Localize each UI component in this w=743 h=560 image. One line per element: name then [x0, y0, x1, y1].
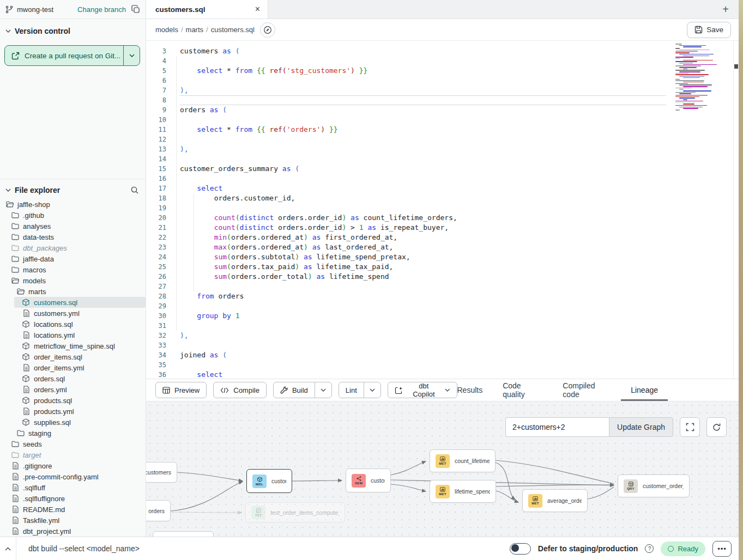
command-bar-text[interactable]: dbt build --select <model_name>	[28, 544, 140, 553]
lineage-node-test_order_items_compute_to_bools-[interactable]: TSTtest_order_items_compute_to_bools...	[245, 502, 345, 522]
code-editor[interactable]: 3customers as (45 select * from {{ ref('…	[146, 41, 739, 379]
lineage-node-customers[interactable]: MDLcustomers	[246, 469, 292, 493]
code-line-18[interactable]: 18 orders.customer_id,	[146, 193, 739, 203]
file-tree-item-.github[interactable]: .github	[0, 210, 146, 221]
file-tree-item-seeds[interactable]: seeds	[0, 439, 146, 449]
update-graph-button[interactable]: Update Graph	[609, 417, 673, 437]
code-line-26[interactable]: 26 sum(orders.order_total) as lifetime_s…	[146, 272, 739, 282]
lineage-node-stg_customers[interactable]: MDLstg_customers	[146, 462, 177, 483]
code-line-29[interactable]: 29	[146, 301, 739, 311]
code-line-34[interactable]: 34joined as (	[146, 350, 739, 360]
dbt-copilot-button[interactable]: dbt Copilot	[388, 382, 457, 398]
code-line-17[interactable]: 17 select	[146, 184, 739, 193]
file-tree-item-data-tests[interactable]: data-tests	[0, 232, 146, 242]
file-tree-item-target[interactable]: target	[0, 449, 146, 460]
code-line-14[interactable]: 14	[146, 154, 739, 164]
code-line-4[interactable]: 4	[146, 56, 739, 66]
file-tree-item-products.yml[interactable]: products.yml	[0, 406, 146, 417]
collapse-panel-button[interactable]	[0, 537, 16, 560]
file-tree-item-macros[interactable]: macros	[0, 264, 146, 275]
code-line-30[interactable]: 30 group by 1	[146, 311, 739, 321]
file-tree-item-customers.sql[interactable]: customers.sql	[14, 297, 146, 308]
lineage-selector-input[interactable]	[505, 417, 609, 437]
code-line-15[interactable]: 15customer_orders_summary as (	[146, 164, 739, 174]
code-line-21[interactable]: 21 count(distinct orders.order_id) > 1 a…	[146, 223, 739, 233]
lineage-node-lifetime_spend_pretax[interactable]: METlifetime_spend_pretax	[430, 480, 496, 503]
editor-scrollbar[interactable]	[733, 41, 739, 379]
code-line-6[interactable]: 6	[146, 76, 739, 86]
code-line-28[interactable]: 28 from orders	[146, 291, 739, 301]
file-tree-item-orders.sql[interactable]: orders.sql	[0, 373, 146, 384]
scrollbar-thumb[interactable]	[734, 64, 738, 69]
code-line-24[interactable]: 24 sum(orders.subtotal) as lifetime_spen…	[146, 252, 739, 262]
tab-customers-sql[interactable]: customers.sql ×	[146, 0, 268, 19]
code-line-36[interactable]: 36 select	[146, 370, 739, 379]
code-line-33[interactable]: 33	[146, 340, 739, 350]
file-tree-item-locations.yml[interactable]: locations.yml	[0, 330, 146, 340]
compile-button[interactable]: Compile	[213, 382, 267, 398]
code-line-5[interactable]: 5 select * from {{ ref('stg_customers') …	[146, 66, 739, 76]
lint-dropdown[interactable]	[364, 382, 380, 398]
tab-lineage[interactable]: Lineage	[631, 379, 658, 401]
change-branch-link[interactable]: Change branch	[77, 5, 126, 14]
lineage-node-average_order_value[interactable]: METaverage_order_value	[522, 489, 588, 512]
lineage-node-count_lifetime_orders[interactable]: METcount_lifetime_orders	[430, 449, 496, 472]
file-tree-item-order-items.sql[interactable]: order_items.sql	[0, 351, 146, 362]
close-icon[interactable]: ×	[255, 5, 260, 14]
file-tree-item-.gitignore[interactable]: .gitignore	[0, 460, 146, 471]
code-line-27[interactable]: 27	[146, 282, 739, 291]
file-tree-item-orders.yml[interactable]: orders.yml	[0, 384, 146, 395]
code-line-16[interactable]: 16	[146, 174, 739, 184]
save-button[interactable]: Save	[687, 22, 731, 38]
code-line-12[interactable]: 12	[146, 135, 739, 144]
create-pr-dropdown[interactable]	[123, 46, 140, 65]
code-line-9[interactable]: 9orders as (	[146, 105, 739, 115]
code-line-19[interactable]: 19	[146, 203, 739, 213]
file-tree-item-dbt-packages[interactable]: dbt_packages	[0, 242, 146, 253]
file-tree-item-taskfile.yml[interactable]: Taskfile.yml	[0, 515, 146, 526]
code-line-11[interactable]: 11 select * from {{ ref('orders') }}	[146, 125, 739, 135]
tab-code-quality[interactable]: Code quality	[503, 379, 542, 401]
file-tree-item-customers.yml[interactable]: customers.yml	[0, 308, 146, 319]
code-line-32[interactable]: 32),	[146, 331, 739, 340]
file-tree-item-.pre-commit-config.yaml[interactable]: .pre-commit-config.yaml	[0, 471, 146, 482]
code-line-31[interactable]: 31	[146, 321, 739, 331]
file-tree-item-staging[interactable]: staging	[0, 428, 146, 439]
file-tree-item-products.sql[interactable]: products.sql	[0, 395, 146, 406]
code-line-35[interactable]: 35	[146, 360, 739, 370]
file-tree-item-marts[interactable]: marts	[0, 286, 146, 297]
docs-compass-button[interactable]	[260, 22, 275, 38]
file-tree-item-order-items.yml[interactable]: order_items.yml	[0, 362, 146, 373]
more-options-button[interactable]: •••	[712, 541, 732, 557]
file-tree-item-jaffle-shop[interactable]: jaffle-shop	[0, 199, 146, 210]
code-line-7[interactable]: 7),	[146, 86, 739, 95]
version-control-header[interactable]: Version control	[0, 19, 146, 41]
code-line-20[interactable]: 20 count(distinct orders.order_id) as co…	[146, 213, 739, 223]
file-tree-item-locations.sql[interactable]: locations.sql	[0, 319, 146, 330]
lineage-node-partial[interactable]	[153, 531, 214, 537]
code-line-25[interactable]: 25 sum(orders.tax_paid) as lifetime_tax_…	[146, 262, 739, 272]
tab-compiled-code[interactable]: Compiled code	[563, 379, 611, 401]
file-tree-item-analyses[interactable]: analyses	[0, 221, 146, 232]
lint-button[interactable]: Lint	[339, 382, 364, 398]
build-button[interactable]: Build	[274, 382, 315, 398]
file-explorer-toggle[interactable]	[5, 188, 11, 192]
file-tree-item-.sqlfluff[interactable]: .sqlfluff	[0, 482, 146, 493]
file-tree-item-supplies.sql[interactable]: supplies.sql	[0, 417, 146, 428]
lineage-node-orders[interactable]: MDLorders	[146, 500, 171, 521]
file-tree-item-jaffle-data[interactable]: jaffle-data	[0, 253, 146, 264]
file-tree-item-models[interactable]: models	[0, 275, 146, 286]
help-icon[interactable]: ?	[645, 544, 654, 553]
build-dropdown[interactable]	[315, 382, 331, 398]
minimap[interactable]	[673, 42, 715, 112]
fullscreen-button[interactable]	[680, 417, 700, 437]
code-line-3[interactable]: 3customers as (	[146, 46, 739, 56]
file-tree-item-dbt-project.yml[interactable]: dbt_project.yml	[0, 526, 146, 537]
defer-toggle[interactable]	[510, 543, 531, 555]
new-tab-button[interactable]: +	[712, 0, 739, 19]
file-tree-item-.sqlfluffignore[interactable]: .sqlfluffignore	[0, 493, 146, 504]
create-pr-button[interactable]: Create a pull request on Git...	[4, 45, 140, 66]
tab-results[interactable]: Results	[457, 379, 483, 401]
code-line-23[interactable]: 23 max(orders.ordered_at) as last_ordere…	[146, 242, 739, 252]
code-line-22[interactable]: 22 min(orders.ordered_at) as first_order…	[146, 233, 739, 242]
